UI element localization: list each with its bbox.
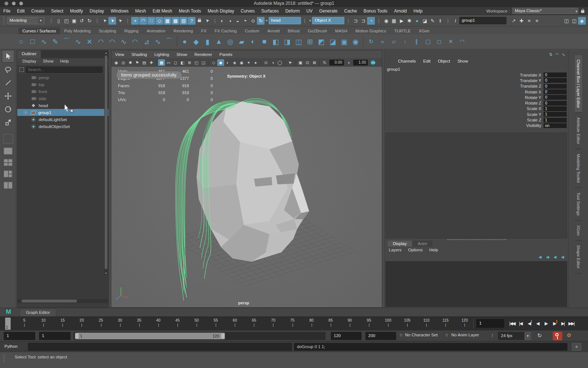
shelf-primitive-icon[interactable]: ◐: [247, 36, 259, 47]
outliner-menu-item[interactable]: Display: [19, 58, 39, 65]
shelf-primitive-icon[interactable]: ◪: [327, 36, 338, 47]
channel-box-menu-item[interactable]: Channels: [395, 59, 419, 63]
layer-editor-tab[interactable]: Display: [388, 241, 412, 247]
shelf-tab[interactable]: Sculpting: [95, 28, 120, 34]
menu-item[interactable]: Create: [28, 7, 48, 15]
history-icon[interactable]: ◒: [234, 17, 241, 25]
shelf-surface-icon[interactable]: ◻: [434, 36, 445, 47]
chevron-down-icon[interactable]: ▾: [266, 19, 268, 22]
scroll-down-icon[interactable]: ▼: [104, 272, 108, 275]
shelf-curve-icon[interactable]: ✎: [50, 36, 61, 47]
chevron-down-icon[interactable]: ▽: [445, 333, 448, 337]
shelf-curve-icon[interactable]: ◠: [129, 36, 141, 47]
sidebar-tab[interactable]: Tool Settings: [575, 188, 582, 221]
panel-toggle-icon[interactable]: ◫: [563, 17, 570, 25]
shelf-curve-icon[interactable]: ∿: [118, 36, 129, 47]
history-icon[interactable]: ⊙: [249, 17, 257, 25]
menu-item[interactable]: Modify: [67, 7, 86, 15]
layout-three-pane-button[interactable]: [3, 169, 14, 178]
viewport-icon[interactable]: ◇: [210, 59, 217, 66]
channel-row[interactable]: Rotate X 0: [385, 89, 567, 95]
layout-single-pane-button[interactable]: [3, 146, 14, 156]
channel-box-menu-item[interactable]: Edit: [420, 59, 434, 63]
shelf-surface-icon[interactable]: ◠: [456, 36, 468, 47]
selection-filter-icon[interactable]: [19, 67, 24, 72]
move-tool[interactable]: [2, 90, 14, 102]
edit-pivot-icon[interactable]: ⊐: [359, 17, 367, 25]
shelf-primitive-icon[interactable]: ◫: [293, 36, 304, 47]
shelf-curve-icon[interactable]: ⌒: [61, 36, 72, 47]
paint-select-tool[interactable]: [2, 77, 14, 89]
shelf-surface-icon[interactable]: ≈: [377, 36, 388, 47]
shelf-surface-icon[interactable]: ∥: [411, 36, 422, 47]
channel-row[interactable]: Rotate Y 0: [385, 95, 567, 100]
viewport-icon[interactable]: ➤: [287, 59, 294, 66]
shelf-surface-icon[interactable]: ↻: [365, 36, 377, 47]
shelf-tab[interactable]: Bifrost: [284, 28, 304, 34]
shelf-primitive-icon[interactable]: ▣: [338, 36, 350, 47]
history-icon[interactable]: ◐: [218, 17, 226, 25]
playback-loop-icon[interactable]: ↻: [537, 332, 542, 339]
history-icon[interactable]: ◓: [241, 17, 249, 25]
playback-end-field[interactable]: 120: [331, 332, 362, 340]
menu-item[interactable]: Surfaces: [258, 7, 282, 15]
exposure-icon[interactable]: ↻: [321, 59, 328, 66]
channel-row[interactable]: Visibility on: [385, 123, 567, 128]
shelf-tab[interactable]: FX: [197, 28, 211, 34]
playback-button[interactable]: ▶: [550, 318, 559, 329]
outliner-item[interactable]: persp: [17, 74, 108, 81]
render-icon[interactable]: ◪: [421, 17, 429, 25]
viewport-icon[interactable]: ●: [252, 59, 259, 66]
channel-row[interactable]: Scale X 1: [385, 106, 567, 112]
shelf-primitive-icon[interactable]: ◎: [225, 36, 236, 47]
scale-tool[interactable]: [2, 116, 14, 129]
file-icon[interactable]: ↺: [78, 17, 86, 25]
animation-preferences-icon[interactable]: ⚙: [567, 332, 571, 338]
shelf-primitive-icon[interactable]: ■: [259, 36, 270, 47]
shelf-curve-icon[interactable]: ⌒: [164, 36, 175, 47]
playback-button[interactable]: ▶: [542, 318, 550, 329]
shelf-curve-icon[interactable]: ○: [15, 36, 27, 47]
channel-value-field[interactable]: 1: [544, 112, 567, 117]
viewport-icon[interactable]: ▭: [165, 59, 172, 66]
layer-editor-tab[interactable]: Anim: [413, 241, 433, 247]
graph-editor-tab[interactable]: Graph Editor: [20, 309, 56, 316]
channel-row[interactable]: Scale Y 1: [385, 112, 567, 117]
animation-start-field[interactable]: 1: [4, 332, 35, 340]
menu-item[interactable]: Edit: [14, 7, 28, 15]
object-name-input[interactable]: group1: [459, 17, 506, 24]
lock-selection-icon[interactable]: [196, 17, 203, 25]
selection-mode-icon[interactable]: ➤: [116, 17, 124, 25]
viewport-menu-item[interactable]: View: [111, 52, 128, 57]
show-manipulator-icon[interactable]: ⊐: [352, 17, 359, 25]
playback-button[interactable]: |◀◀: [508, 318, 516, 329]
display-toggle-icon[interactable]: ≡: [533, 17, 541, 25]
sidebar-tab[interactable]: Modeling Toolkit: [575, 149, 582, 188]
shelf-primitive-icon[interactable]: ◧: [270, 36, 282, 47]
playback-button[interactable]: |◀: [516, 318, 525, 329]
channel-box-icon[interactable]: ⇅: [549, 52, 552, 57]
timeline-playhead[interactable]: 1: [5, 318, 11, 330]
shelf-tab[interactable]: MASH: [331, 28, 351, 34]
panel-toggle-icon[interactable]: ◈: [578, 17, 586, 25]
separator[interactable]: ❘: [303, 18, 306, 23]
viewport-icon[interactable]: ◑: [269, 59, 276, 66]
scrollbar-thumb[interactable]: [22, 300, 77, 302]
menu-item[interactable]: Deform: [282, 7, 303, 15]
auto-keyframe-toggle[interactable]: [553, 332, 562, 340]
fps-dropdown[interactable]: 24 fps▾: [498, 332, 531, 340]
shelf-curve-icon[interactable]: ∿: [72, 36, 84, 47]
timeline-ruler[interactable]: 5101520253035404550556065707580859095100…: [5, 317, 473, 330]
lasso-tool[interactable]: [2, 63, 14, 76]
shelf-tab[interactable]: Custom: [241, 28, 263, 34]
channel-box-menu-item[interactable]: Show: [455, 59, 471, 63]
viewport-menu-item[interactable]: Shading: [128, 52, 151, 57]
viewport-icon[interactable]: ◉: [238, 59, 245, 66]
shelf-surface-icon[interactable]: ✕: [445, 36, 456, 47]
shelf-primitive-icon[interactable]: ◩: [316, 36, 327, 47]
viewport-icon[interactable]: ⊠: [311, 59, 318, 66]
lock-icon[interactable]: [581, 10, 584, 13]
separator[interactable]: ❘: [49, 18, 53, 23]
sidebar-tab[interactable]: Attribute Editor: [575, 113, 582, 149]
viewport-icon[interactable]: ◲: [200, 59, 207, 66]
